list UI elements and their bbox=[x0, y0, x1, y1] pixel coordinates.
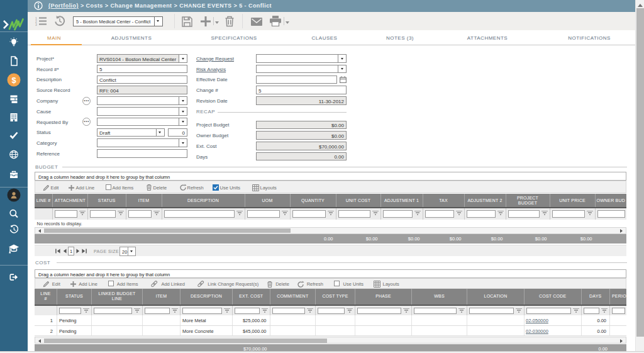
svg-text:$: $ bbox=[11, 76, 16, 85]
svg-text:3: 3 bbox=[35, 23, 37, 26]
